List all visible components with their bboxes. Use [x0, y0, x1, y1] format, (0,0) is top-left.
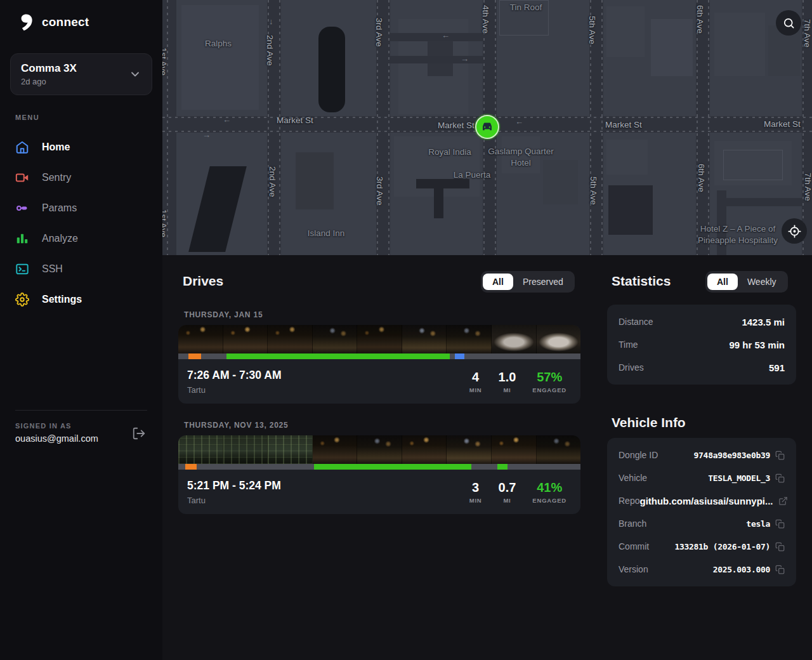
statistics-title: Statistics — [612, 274, 671, 289]
timeline-segment — [497, 464, 507, 470]
drive-distance: 1.0 MI — [499, 370, 516, 393]
map-building — [181, 5, 259, 110]
drive-thumbnail-strip — [178, 435, 580, 464]
map-building — [434, 179, 443, 218]
stat-value: 591 — [769, 362, 785, 373]
drives-title: Drives — [183, 274, 223, 289]
statistics-filter-weekly[interactable]: Weekly — [738, 274, 786, 290]
sidebar-item-label: Settings — [42, 294, 82, 305]
stat-value: 99 hr 53 min — [729, 340, 785, 350]
drive-group-date: THURSDAY, JAN 15 — [184, 310, 263, 319]
drive-info: 5:21 PM - 5:24 PM Tartu 3 MIN 0.7 MI 41%… — [178, 470, 580, 514]
drive-timeline[interactable] — [178, 464, 580, 470]
drives-filter-preserved[interactable]: Preserved — [513, 274, 573, 290]
sidebar-divider — [15, 410, 147, 411]
key-icon — [15, 201, 29, 215]
map-direction-arrow: ← — [442, 30, 450, 40]
map[interactable]: Market StMarket StMarket StMarket St1st … — [162, 0, 812, 255]
sign-out-button[interactable] — [132, 426, 146, 443]
drive-engaged: 41% ENGAGED — [532, 480, 566, 504]
vehicle-row-version: Version 2025.003.000 — [619, 558, 785, 581]
device-name: Comma 3X — [21, 62, 77, 75]
drive-timeline[interactable] — [178, 353, 580, 359]
copy-icon[interactable] — [775, 542, 785, 551]
map-building — [543, 160, 578, 204]
map-road — [390, 33, 483, 41]
vehicle-row-label: Dongle ID — [619, 450, 658, 460]
map-building — [499, 0, 549, 36]
timeline-segment — [188, 353, 201, 359]
drive-card[interactable]: 5:21 PM - 5:24 PM Tartu 3 MIN 0.7 MI 41%… — [178, 435, 580, 514]
map-locate-button[interactable] — [782, 218, 807, 244]
copy-icon[interactable] — [775, 473, 785, 483]
copy-icon[interactable] — [775, 565, 785, 574]
gear-icon — [15, 293, 29, 307]
drive-card[interactable]: 7:26 AM - 7:30 AM Tartu 4 MIN 1.0 MI 57%… — [178, 325, 580, 404]
crosshair-icon — [788, 225, 801, 238]
sidebar-item-analyze[interactable]: Analyze — [0, 223, 162, 254]
vehicle-row-label: Repo — [619, 496, 639, 506]
sidebar-item-label: Home — [42, 142, 70, 153]
stat-label: Time — [619, 340, 638, 350]
drive-distance-unit: MI — [499, 386, 516, 393]
statistics-filter-all[interactable]: All — [707, 274, 738, 290]
drive-thumbnail — [178, 435, 223, 464]
stat-row-distance: Distance 1423.5 mi — [619, 310, 785, 333]
statistics-panel: Distance 1423.5 mi Time 99 hr 53 min Dri… — [607, 305, 796, 385]
device-selector[interactable]: Comma 3X 2d ago — [10, 53, 152, 95]
drive-engaged-unit: ENGAGED — [532, 386, 566, 393]
drive-distance-value: 0.7 — [499, 480, 516, 495]
map-building — [296, 152, 334, 209]
drive-thumbnail — [223, 325, 268, 353]
drives-filter-all[interactable]: All — [483, 274, 513, 290]
drive-thumbnail — [268, 325, 313, 353]
map-building — [651, 19, 693, 76]
timeline-segment — [455, 353, 464, 359]
drive-thumbnail — [447, 435, 492, 464]
vehicle-row-value: TESLA_MODEL_3 — [708, 473, 770, 483]
map-search-button[interactable] — [776, 10, 801, 36]
sidebar-item-ssh[interactable]: SSH — [0, 254, 162, 284]
vehicle-row-vehicle: Vehicle TESLA_MODEL_3 — [619, 466, 785, 489]
video-camera-icon — [15, 171, 29, 185]
map-direction-arrow: ← — [515, 117, 523, 126]
signed-in-label: SIGNED IN AS — [15, 422, 147, 430]
drive-duration: 3 MIN — [469, 480, 482, 504]
vehicle-marker[interactable] — [475, 115, 499, 139]
sidebar-item-label: Analyze — [42, 233, 78, 244]
external-link-icon[interactable] — [778, 496, 788, 506]
comma-logo-icon — [15, 13, 34, 32]
map-building — [714, 13, 765, 76]
sidebar-item-settings[interactable]: Settings — [0, 284, 162, 315]
drive-thumbnail — [492, 435, 537, 464]
drive-thumbnail — [402, 435, 447, 464]
copy-icon[interactable] — [775, 451, 785, 460]
vehicle-row-value: tesla — [746, 519, 770, 529]
map-direction-arrow: ↓ — [269, 16, 273, 26]
drive-thumbnail — [357, 325, 402, 353]
vehicle-row-branch: Branch tesla — [619, 512, 785, 535]
drive-thumbnail — [402, 325, 447, 353]
sidebar-item-home[interactable]: Home — [0, 132, 162, 162]
copy-icon[interactable] — [775, 519, 785, 529]
drive-thumbnail — [537, 325, 581, 353]
sign-out-icon — [132, 426, 146, 440]
drive-thumbnail — [492, 325, 537, 353]
map-building — [606, 6, 645, 57]
search-icon — [783, 17, 795, 29]
drive-distance-value: 1.0 — [499, 370, 516, 385]
map-building — [606, 140, 648, 175]
map-building — [502, 136, 540, 173]
drive-duration: 4 MIN — [469, 370, 482, 393]
vehicle-row-label: Vehicle — [619, 473, 647, 483]
vehicle-row-repo: Repo github.com/asiusai/sunnypi... — [619, 489, 785, 512]
timeline-segment — [185, 464, 197, 470]
sidebar-item-params[interactable]: Params — [0, 193, 162, 223]
vehicle-repo-link[interactable]: github.com/asiusai/sunnypi... — [639, 496, 773, 506]
vehicle-row-value: 2025.003.000 — [713, 565, 770, 574]
drive-thumbnail — [447, 325, 492, 353]
chevron-down-icon — [129, 68, 141, 81]
app-title: connect — [42, 15, 89, 29]
sidebar-item-sentry[interactable]: Sentry — [0, 162, 162, 193]
sidebar-item-label: Sentry — [42, 172, 71, 183]
